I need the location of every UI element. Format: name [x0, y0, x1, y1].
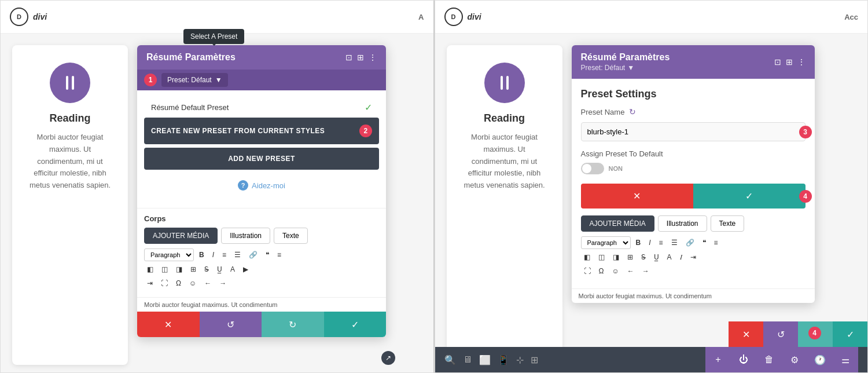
confirm-cancel-btn[interactable]: ✕: [581, 184, 693, 209]
r-italic2[interactable]: 𝐼: [677, 251, 685, 263]
step-1-badge: 1: [144, 74, 157, 86]
right-tab-texte[interactable]: Texte: [711, 215, 745, 232]
clock-btn[interactable]: 🕐: [807, 347, 833, 372]
left-popup-container: Select A Preset Résumé Paramètres ⊡ ⊞ ⋮: [137, 45, 386, 365]
ol-btn[interactable]: ☰: [231, 249, 244, 261]
ul-btn[interactable]: ≡: [219, 249, 229, 261]
right-quote-btn[interactable]: ❝: [700, 237, 709, 248]
link-btn[interactable]: 🔗: [246, 249, 260, 261]
toggle-label: NON: [609, 165, 623, 172]
right-header: D divi Acc: [435, 1, 868, 34]
expand-icon[interactable]: ⊡: [345, 53, 352, 62]
r-redo[interactable]: →: [639, 265, 652, 277]
power-btn[interactable]: ⏻: [731, 347, 756, 372]
fullscreen-btn[interactable]: ⛶: [158, 277, 171, 289]
svg-rect-3: [506, 76, 509, 90]
add-preset-button[interactable]: ADD NEW PRESET: [144, 148, 379, 170]
indent-btn[interactable]: ⇥: [144, 277, 156, 289]
popup-header: Résumé Paramètres ⊡ ⊞ ⋮: [137, 45, 386, 70]
redo-btn[interactable]: →: [216, 277, 229, 289]
r-strike[interactable]: S̶: [638, 251, 649, 263]
undo-btn[interactable]: ←: [201, 277, 214, 289]
r-color[interactable]: A: [664, 251, 675, 263]
right-ul-btn[interactable]: ≡: [656, 237, 666, 248]
assign-toggle[interactable]: [581, 163, 604, 174]
r-undo[interactable]: ←: [624, 265, 637, 277]
r-emoji[interactable]: ☺: [609, 265, 621, 277]
quote-btn[interactable]: ❝: [263, 249, 272, 261]
preset-name-row: Preset Name ↻: [581, 107, 806, 116]
trash-btn[interactable]: 🗑: [756, 347, 782, 372]
more-format-btn[interactable]: ▶: [240, 264, 251, 275]
tab-illustration[interactable]: Illustration: [221, 228, 270, 244]
right-tab-illustration[interactable]: Illustration: [658, 215, 707, 232]
reset-button[interactable]: ↺: [200, 312, 262, 337]
right-bold-btn[interactable]: B: [633, 237, 644, 248]
settings-btn[interactable]: ⚙: [782, 347, 807, 372]
right-italic-btn[interactable]: I: [646, 237, 653, 248]
preset-default-item[interactable]: Résumé Default Preset ✓: [144, 97, 379, 118]
strikethrough-btn[interactable]: S̶: [201, 264, 212, 275]
align-left-btn[interactable]: ◧: [144, 264, 156, 275]
preset-selector[interactable]: Preset: Défaut ▼: [161, 73, 228, 87]
color-btn[interactable]: A: [227, 264, 238, 275]
right-cancel-btn[interactable]: ✕: [729, 321, 763, 347]
r-omega[interactable]: Ω: [596, 265, 607, 277]
right-reset-btn[interactable]: ↺: [763, 321, 798, 347]
right-tab-media[interactable]: AJOUTER MÉDIA: [581, 215, 654, 232]
right-columns-icon[interactable]: ⊞: [786, 57, 793, 67]
r-align-right[interactable]: ◨: [610, 251, 622, 263]
search-bottom-icon[interactable]: 🔍: [444, 354, 456, 365]
card-icon: [50, 63, 90, 103]
r-fullscreen[interactable]: ⛶: [581, 265, 594, 277]
right-save-btn[interactable]: ✓: [833, 321, 867, 347]
right-reading-card: Reading Morbi auctor feugiat maximus. Ut…: [447, 45, 562, 365]
italic-btn[interactable]: I: [209, 249, 217, 261]
tab-media[interactable]: AJOUTER MÉDIA: [144, 228, 218, 244]
columns-icon[interactable]: ⊞: [357, 53, 364, 62]
card-title: Reading: [26, 112, 114, 125]
right-ol-btn[interactable]: ☰: [668, 237, 681, 248]
emoji-btn[interactable]: ☺: [186, 277, 199, 289]
preset-name-input[interactable]: [581, 122, 806, 141]
tab-texte[interactable]: Texte: [274, 228, 308, 244]
r-underline[interactable]: U̲: [651, 251, 662, 263]
popup-header-left: Résumé Paramètres: [146, 52, 236, 63]
underline-btn[interactable]: U̲: [214, 264, 225, 275]
add-btn[interactable]: +: [705, 347, 731, 372]
grid-icon[interactable]: ⊞: [531, 354, 538, 365]
right-paragraph-select[interactable]: Paragraph: [581, 236, 631, 249]
cancel-button[interactable]: ✕: [137, 312, 200, 337]
columns-btn[interactable]: ⚌: [833, 347, 858, 372]
refresh-icon[interactable]: ↻: [629, 107, 636, 116]
redo-button[interactable]: ↻: [262, 312, 324, 337]
right-align-btn[interactable]: ≡: [711, 237, 721, 248]
save-button[interactable]: ✓: [324, 312, 387, 337]
right-expand-icon[interactable]: ⊡: [774, 57, 781, 67]
align-btn[interactable]: ≡: [274, 249, 284, 261]
phone-icon[interactable]: 📱: [498, 354, 509, 365]
omega-btn[interactable]: Ω: [173, 277, 184, 289]
right-card-body: Morbi auctor feugiat maximus. Ut condime…: [461, 131, 549, 192]
right-toolbar-row-3: ⛶ Ω ☺ ← →: [581, 265, 806, 277]
desktop-icon[interactable]: 🖥: [463, 354, 472, 365]
table-btn[interactable]: ⊞: [187, 264, 199, 275]
help-link[interactable]: ? Aidez-moi: [144, 177, 379, 194]
paragraph-select[interactable]: Paragraph: [144, 248, 194, 261]
right-more-icon[interactable]: ⋮: [797, 57, 806, 67]
bold-btn[interactable]: B: [196, 249, 207, 261]
cursor-icon[interactable]: ⊹: [516, 354, 524, 365]
r-indent[interactable]: ⇥: [687, 251, 699, 263]
right-link-btn[interactable]: 🔗: [683, 237, 697, 248]
r-align-left[interactable]: ◧: [581, 251, 593, 263]
create-preset-button[interactable]: CREATE NEW PRESET FROM CURRENT STYLES 2: [144, 118, 379, 144]
r-align-center[interactable]: ◫: [595, 251, 608, 263]
more-icon[interactable]: ⋮: [369, 53, 377, 62]
r-table[interactable]: ⊞: [624, 251, 636, 263]
align-right-btn[interactable]: ◨: [173, 264, 185, 275]
align-center-btn[interactable]: ◫: [159, 264, 171, 275]
svg-rect-1: [72, 76, 74, 90]
tablet-icon[interactable]: ⬜: [479, 354, 491, 365]
text-preview: Morbi auctor feugiat maximus. Ut condime…: [137, 297, 386, 312]
confirm-save-btn[interactable]: ✓: [693, 184, 806, 209]
